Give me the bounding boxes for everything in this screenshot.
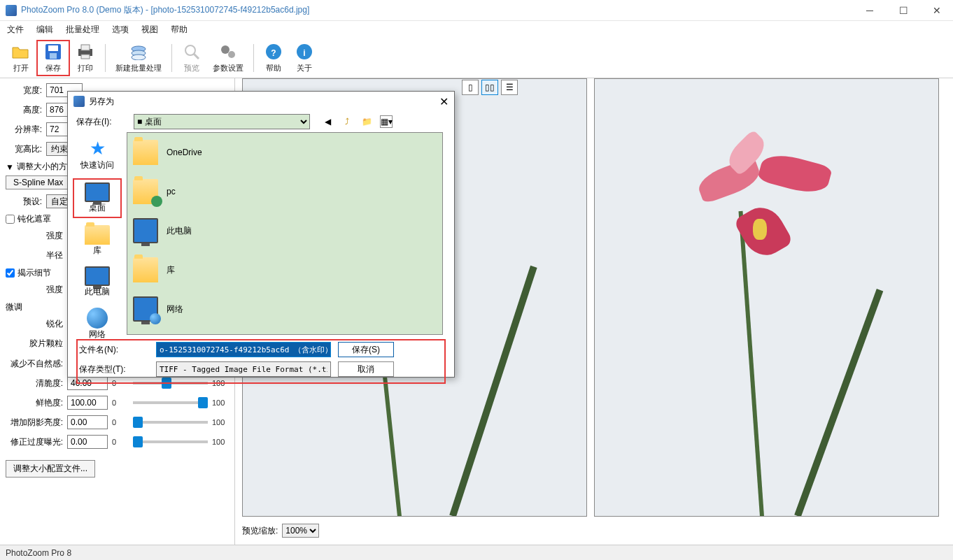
info-icon: i [295,42,314,62]
about-button[interactable]: i 关于 [289,40,320,76]
network-icon [87,308,108,329]
minimize-button[interactable]: ─ [859,3,880,17]
view-split-button[interactable]: ▯▯ [481,80,498,95]
dialog-save-button[interactable]: 保存(S) [338,342,394,357]
nav-up-icon[interactable]: ⤴ [341,115,353,128]
svg-point-11 [221,45,230,54]
dialog-cancel-button[interactable]: 取消 [338,361,394,377]
svg-text:i: i [303,48,305,58]
floppy-save-icon [43,43,63,62]
statusbar: PhotoZoom Pro 8 [0,545,953,560]
view-stack-button[interactable]: ☰ [501,80,518,95]
place-thispc[interactable]: 此电脑 [73,264,122,301]
maximize-button[interactable]: ☐ [893,3,914,17]
gear-icon [218,42,238,62]
titlebar: PhotoZoom Pro 8.0 (Demo 版本) - [photo-152… [0,0,953,21]
shadow-label: 增加阴影亮度: [6,417,67,429]
magnifier-icon [182,42,202,62]
pc-icon [133,218,158,243]
file-item-pc[interactable]: pc [127,172,442,211]
library-icon [85,225,110,245]
star-icon: ★ [90,138,106,159]
nav-newfolder-icon[interactable]: 📁 [360,115,373,128]
menu-options[interactable]: 选项 [112,24,129,36]
view-mode-toolbar: ▯ ▯▯ ☰ [462,78,518,96]
method-button[interactable]: S-Spline Max [6,175,71,189]
resize-config-button[interactable]: 调整大小配置文件... [6,460,95,478]
file-item-thispc[interactable]: 此电脑 [127,211,442,250]
preview-button[interactable]: 预览 [176,40,207,76]
svg-rect-5 [81,55,90,59]
svg-point-8 [132,55,146,60]
open-button[interactable]: 打开 [6,40,36,76]
menu-edit[interactable]: 编辑 [36,24,53,36]
filetype-label: 保存类型(T): [79,364,149,375]
vivid-input[interactable] [67,396,108,410]
dialog-icon [73,96,85,107]
app-icon [6,5,17,16]
menu-file[interactable]: 文件 [7,24,24,36]
save-button[interactable]: 保存 [36,40,70,76]
shadow-slider[interactable] [133,421,208,424]
preset-label: 预设: [6,196,46,208]
collapse-icon[interactable]: ▼ [6,162,14,172]
settings-button[interactable]: 参数设置 [207,40,249,76]
place-library[interactable]: 库 [73,222,122,259]
zoom-label: 预览缩放: [242,525,278,537]
place-network[interactable]: 网络 [73,305,122,343]
vivid-label: 鲜艳度: [6,397,67,409]
file-item-onedrive[interactable]: OneDrive [127,133,442,172]
pc-icon [85,266,110,286]
sharpen-mask-label: 钝化遮罩 [17,213,51,225]
nav-back-icon[interactable]: ◀ [321,115,334,128]
print-button[interactable]: 打印 [70,40,101,76]
crisp-label: 清脆度: [6,378,67,389]
file-list[interactable]: OneDrive pc 此电脑 库 网络 [127,132,443,335]
svg-rect-2 [50,53,57,59]
printer-icon [76,42,95,62]
menu-view[interactable]: 视图 [141,24,158,36]
menubar: 文件 编辑 批量处理 选项 视图 帮助 [0,21,953,38]
help-button[interactable]: ? 帮助 [258,40,289,76]
sharpen-mask-checkbox[interactable] [6,215,15,224]
svg-point-12 [228,51,235,58]
reveal-detail-checkbox[interactable] [6,268,15,278]
filename-label: 文件名(N): [79,344,149,356]
grain-label: 胶片颗粒 [6,338,67,350]
dialog-close-button[interactable]: ✕ [439,95,449,108]
batch-icon [129,42,148,62]
vivid-slider[interactable] [133,401,208,404]
place-desktop[interactable]: 桌面 [73,178,122,218]
preview-pane-right[interactable] [594,78,939,517]
status-text: PhotoZoom Pro 8 [6,548,71,558]
nav-viewmode-icon[interactable]: ▦▾ [380,115,393,128]
desktop-icon [85,182,110,202]
window-title: PhotoZoom Pro 8.0 (Demo 版本) - [photo-152… [21,4,859,16]
filename-input[interactable] [156,342,331,357]
exposure-slider[interactable] [133,440,208,443]
menu-batch[interactable]: 批量处理 [66,24,99,36]
folder-icon [133,179,158,204]
svg-line-10 [194,54,199,59]
menu-help[interactable]: 帮助 [171,24,188,36]
intensity2-label: 强度 [6,284,67,296]
finetune-label: 微调 [6,301,22,313]
aspect-label: 宽高比: [6,143,46,155]
zoom-select[interactable]: 100% [282,524,319,538]
file-item-network[interactable]: 网络 [127,289,442,329]
places-bar: ★快速访问 桌面 库 此电脑 网络 [68,132,127,335]
batch-button[interactable]: 新建批量处理 [110,40,167,76]
resize-section-label: 调整大小的方 [17,161,67,173]
preview-statusbar: 预览缩放: 100% [242,524,319,538]
reveal-detail-label: 揭示细节 [17,267,51,279]
shadow-input[interactable] [67,415,108,429]
filetype-select[interactable] [156,361,331,377]
file-item-library[interactable]: 库 [127,250,442,289]
close-button[interactable]: ✕ [926,3,947,17]
savein-select[interactable]: ■ 桌面 [134,114,310,129]
toolbar: 打开 保存 打印 新建批量处理 预览 参数设置 ? 帮助 i 关于 [0,38,953,78]
place-quick[interactable]: ★快速访问 [73,135,122,174]
exposure-input[interactable] [67,435,108,449]
view-single-button[interactable]: ▯ [462,80,479,95]
sharpen-label: 锐化 [6,318,67,330]
